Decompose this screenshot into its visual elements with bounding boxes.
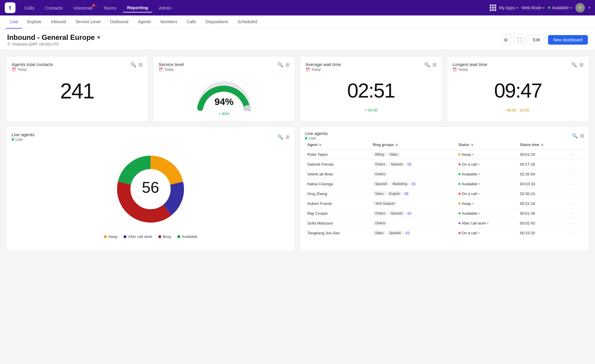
extra-groups-badge: +1	[404, 231, 411, 235]
widget-title: Agents total contacts	[12, 62, 53, 67]
subnav-calls[interactable]: Calls	[183, 15, 200, 29]
subnav-inbound[interactable]: Inbound	[47, 15, 70, 29]
fullscreen-button[interactable]: ⛶	[514, 34, 525, 45]
row-actions[interactable]: ···	[567, 199, 584, 208]
sort-icon-status[interactable]: ⇅	[471, 143, 473, 147]
ring-group-tag: Orders	[373, 211, 388, 216]
sort-icon-agent[interactable]: ⇅	[319, 143, 321, 147]
search-icon[interactable]: 🔍	[424, 62, 430, 68]
agent-status: Available ▾	[456, 169, 518, 179]
filter-icon[interactable]: ⊞	[580, 133, 584, 139]
row-actions[interactable]: ···	[567, 169, 584, 179]
search-icon[interactable]: 🔍	[572, 133, 578, 139]
filter-icon[interactable]: ⊞	[139, 62, 143, 68]
legend-dot-away	[104, 235, 107, 238]
ring-group-tag: Orders	[373, 221, 388, 225]
widget-actions: 🔍 ⊞	[571, 62, 583, 68]
subnav-scheduled[interactable]: Scheduled	[233, 15, 261, 29]
widget-average-wait-time: Average wait time ⏰ Today 🔍 ⊞ 02:51 < 05…	[300, 56, 442, 122]
agent-status: After call work ▾	[456, 218, 518, 228]
nav-contacts[interactable]: Contacts	[41, 4, 67, 12]
agent-name: Veerle de Bree	[305, 169, 370, 179]
sort-icon-ringgroups[interactable]: ⇅	[395, 143, 398, 147]
nav-teams[interactable]: Teams	[99, 4, 120, 12]
user-avatar[interactable]: P	[575, 3, 585, 12]
app-logo[interactable]: t	[5, 2, 15, 13]
widget-title: Average wait time	[306, 62, 341, 67]
live-indicator	[12, 138, 14, 141]
status-chevron[interactable]: ▾	[472, 202, 474, 205]
nav-calls[interactable]: Calls	[20, 4, 38, 12]
title-dropdown-chevron[interactable]: ▾	[97, 34, 100, 41]
status-badge: Available ▾	[458, 211, 480, 216]
widget-agents-total-contacts: Agents total contacts ⏰ Today 🔍 ⊞ 241	[6, 56, 148, 122]
status-chevron[interactable]: ▾	[478, 182, 480, 186]
widget-time: ⏰ Today	[159, 68, 184, 72]
legend-dot-aftercall	[123, 235, 126, 238]
settings-button[interactable]: ⚙	[500, 34, 511, 45]
row-actions[interactable]: ···	[567, 189, 584, 199]
my-apps-menu[interactable]: My Apps ▾	[490, 4, 518, 11]
row-actions[interactable]: ···	[567, 228, 584, 238]
availability-menu[interactable]: Available ▾	[548, 5, 572, 10]
svg-text:94%: 94%	[214, 96, 234, 107]
subnav-live[interactable]: Live	[6, 15, 22, 29]
status-time: 00:01:36	[518, 208, 567, 218]
row-actions[interactable]: ···	[567, 150, 584, 159]
new-dashboard-button[interactable]: New dashboard	[548, 35, 588, 45]
row-actions[interactable]: ···	[567, 179, 584, 189]
status-chevron[interactable]: ▾	[478, 192, 480, 195]
edit-button[interactable]: Edit	[528, 35, 545, 45]
status-time: 00:01:29	[518, 150, 567, 159]
status-chevron[interactable]: ▾	[472, 153, 474, 156]
metric-value: 241	[12, 73, 143, 106]
nav-voicemail[interactable]: Voicemail	[69, 4, 97, 12]
status-dot	[458, 193, 461, 195]
search-icon[interactable]: 🔍	[130, 62, 136, 68]
metric-sublabel: < 05:00	[306, 108, 436, 112]
web-mode-menu[interactable]: Web Mode ▾	[522, 5, 544, 10]
sub-navigation: Live Explore Inbound Service Level Outbo…	[0, 15, 595, 29]
agent-name: Hubert Franck	[305, 199, 370, 208]
status-chevron[interactable]: ▾	[478, 163, 480, 166]
status-chevron[interactable]: ▾	[487, 222, 488, 225]
subnav-outbound[interactable]: Outbound	[106, 15, 133, 29]
agent-name: Nahia Colunga	[305, 179, 370, 189]
search-icon[interactable]: 🔍	[277, 134, 283, 140]
extra-groups-badge: +3	[403, 192, 409, 196]
status-dot	[458, 232, 461, 234]
status-badge: Away ▾	[458, 201, 474, 206]
status-chevron[interactable]: ▾	[478, 231, 480, 235]
ring-groups: SalesEnglish+3	[370, 189, 456, 199]
clock-icon: ⏰	[306, 68, 310, 72]
subnav-service-level[interactable]: Service Level	[71, 15, 105, 29]
live-indicator	[305, 137, 307, 139]
header-actions: ⚙ ⛶ Edit New dashboard	[500, 34, 588, 45]
grid-icon	[490, 4, 496, 11]
search-icon[interactable]: 🔍	[277, 62, 283, 68]
sort-icon-statustime[interactable]: ⇅	[541, 143, 543, 147]
subnav-agents[interactable]: Agents	[134, 15, 155, 29]
search-icon[interactable]: 🔍	[571, 62, 577, 68]
filter-icon[interactable]: ⊞	[433, 62, 436, 68]
agent-name: Sofia Manzano	[305, 218, 370, 228]
widget-title: Service level	[159, 62, 184, 67]
widget-title: Longest wait time	[452, 62, 487, 67]
filter-icon[interactable]: ⊞	[286, 62, 289, 68]
table-row: Sofia ManzanoOrders After call work ▾ 00…	[305, 218, 584, 228]
col-ringgroups: Ring groups ⇅	[370, 140, 456, 150]
filter-icon[interactable]: ⊞	[580, 62, 583, 68]
row-actions[interactable]: ···	[567, 208, 584, 218]
ring-groups: SpanishMarketing+1	[370, 179, 456, 189]
row-actions[interactable]: ···	[567, 159, 584, 169]
subnav-explore[interactable]: Explore	[23, 15, 46, 29]
row-actions[interactable]: ···	[567, 218, 584, 228]
user-menu-chevron[interactable]: ▾	[588, 6, 590, 10]
status-chevron[interactable]: ▾	[478, 212, 480, 215]
nav-admin[interactable]: Admin	[155, 4, 176, 12]
status-chevron[interactable]: ▾	[478, 172, 480, 176]
filter-icon[interactable]: ⊞	[286, 134, 289, 140]
subnav-numbers[interactable]: Numbers	[156, 15, 181, 29]
subnav-dispositions[interactable]: Dispositions	[201, 15, 232, 29]
nav-reporting[interactable]: Reporting	[123, 3, 152, 12]
